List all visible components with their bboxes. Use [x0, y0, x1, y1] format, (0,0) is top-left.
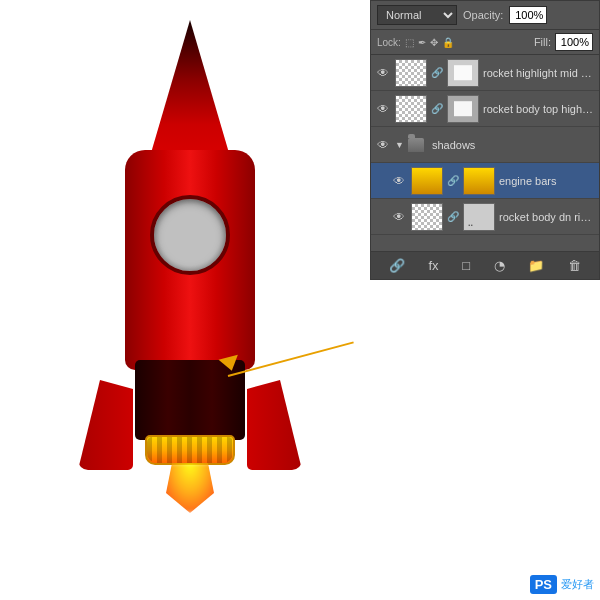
- rocket-engine-body: PSE: [135, 360, 245, 440]
- layer-thumb-1: [395, 59, 427, 87]
- ps-watermark: PS 爱好者: [530, 575, 594, 594]
- link-icon-1: 🔗: [431, 67, 443, 78]
- layer-row-body-top-highlight[interactable]: 👁 🔗 rocket body top highlight: [371, 91, 599, 127]
- layer-row-highlight-mid-right[interactable]: 👁 🔗 rocket highlight mid right: [371, 55, 599, 91]
- rocket-flame: [160, 463, 220, 513]
- layer-row-engine-bars[interactable]: 👁 🔗 engine bars: [371, 163, 599, 199]
- lock-label: Lock:: [377, 37, 401, 48]
- panel-blend-opacity-bar: Normal Opacity:: [371, 1, 599, 30]
- layer-name-1: rocket highlight mid right: [483, 67, 595, 79]
- panel-bottom-toolbar: 🔗 fx □ ◔ 📁 🗑: [371, 251, 599, 279]
- layer-row-dn-ring[interactable]: 👁 🔗 rocket body dn ring sha: [371, 199, 599, 235]
- layer-eye-3[interactable]: 👁: [391, 173, 407, 189]
- trash-icon[interactable]: 🗑: [568, 258, 581, 273]
- thumb-engine-bars: [412, 168, 442, 194]
- folder-arrow: ▼: [395, 140, 404, 150]
- rocket-fin-left: [78, 380, 133, 470]
- ps-logo: PS: [530, 575, 557, 594]
- thumb-shape-2b: [448, 96, 478, 122]
- rocket-nozzle: [145, 435, 235, 465]
- fill-label: Fill:: [534, 36, 551, 48]
- panel-lock-bar: Lock: ⬚ ✒ ✥ 🔒 Fill:: [371, 30, 599, 55]
- thumb-checker-2: [396, 96, 426, 122]
- mask-rect-icon[interactable]: □: [462, 258, 470, 273]
- opacity-label: Opacity:: [463, 9, 503, 21]
- adjustment-icon[interactable]: ◔: [494, 258, 505, 273]
- layer-thumb-4b: [463, 203, 495, 231]
- thumb-engine-bars-b: [464, 168, 494, 194]
- link-icon-4: 🔗: [447, 211, 459, 222]
- fx-icon[interactable]: fx: [428, 258, 438, 273]
- rocket-nose: [135, 20, 245, 170]
- link-bottom-icon[interactable]: 🔗: [389, 258, 405, 273]
- folder-name-shadows: shadows: [432, 139, 595, 151]
- layer-thumb-1b: [447, 59, 479, 87]
- link-icon-2: 🔗: [431, 103, 443, 114]
- blend-mode-select[interactable]: Normal: [377, 5, 457, 25]
- fill-input[interactable]: [555, 33, 593, 51]
- layer-thumb-2: [395, 95, 427, 123]
- rocket-window: [150, 195, 230, 275]
- rocket-illustration: PSE: [60, 20, 320, 590]
- ps-site-text: 爱好者: [561, 577, 594, 592]
- layers-panel: Normal Opacity: Lock: ⬚ ✒ ✥ 🔒 Fill: 👁 🔗 …: [370, 0, 600, 280]
- layer-eye-folder[interactable]: 👁: [375, 137, 391, 153]
- layer-thumb-4: [411, 203, 443, 231]
- layer-eye-4[interactable]: 👁: [391, 209, 407, 225]
- layer-thumb-2b: [447, 95, 479, 123]
- lock-all-icon: 🔒: [442, 37, 454, 48]
- folder-bottom-icon[interactable]: 📁: [528, 258, 544, 273]
- lock-pos-icon: ⬚: [405, 37, 414, 48]
- layers-list: 👁 🔗 rocket highlight mid right 👁 🔗 rocke…: [371, 55, 599, 235]
- layer-thumb-3b: [463, 167, 495, 195]
- layer-folder-shadows[interactable]: 👁 ▼ shadows: [371, 127, 599, 163]
- link-icon-3: 🔗: [447, 175, 459, 186]
- thumb-checker-1: [396, 60, 426, 86]
- thumb-dot: [464, 204, 494, 230]
- layer-thumb-3: [411, 167, 443, 195]
- layer-eye-1[interactable]: 👁: [375, 65, 391, 81]
- rocket-fin-right: [247, 380, 302, 470]
- layer-name-2: rocket body top highlight: [483, 103, 595, 115]
- thumb-shape-1b: [448, 60, 478, 86]
- opacity-input[interactable]: [509, 6, 547, 24]
- folder-icon: [408, 138, 424, 152]
- layer-eye-2[interactable]: 👁: [375, 101, 391, 117]
- layer-name-3: engine bars: [499, 175, 595, 187]
- nozzle-stripes: [147, 437, 233, 463]
- lock-brush-icon: ✒: [418, 37, 426, 48]
- layer-name-4: rocket body dn ring sha: [499, 211, 595, 223]
- lock-move-icon: ✥: [430, 37, 438, 48]
- thumb-checker-4: [412, 204, 442, 230]
